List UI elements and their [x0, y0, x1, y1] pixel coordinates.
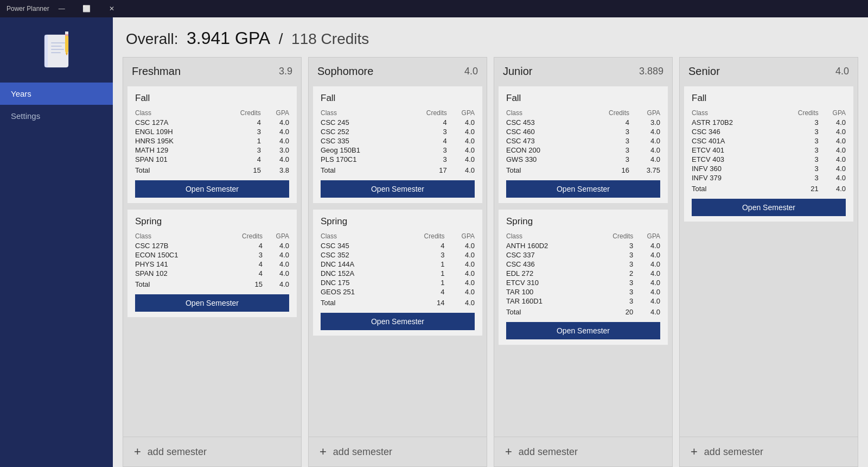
add-plus-icon: + — [691, 445, 698, 459]
class-row: ANTH 160D2 3 4.0 — [506, 241, 660, 250]
year-name-senior: Senior — [688, 65, 720, 78]
header: Overall: 3.941 GPA / 118 Credits — [113, 17, 868, 57]
app-logo — [40, 30, 73, 74]
years-grid: Freshman3.9Fall Class Credits GPA CSC 12… — [113, 57, 868, 467]
add-semester-label: add semester — [519, 446, 578, 458]
class-row: CSC 335 4 4.0 — [321, 136, 475, 146]
semester-title: Fall — [135, 93, 289, 104]
open-semester-button[interactable]: Open Semester — [321, 313, 475, 330]
class-row: GEOS 251 4 4.0 — [321, 287, 475, 296]
semester-senior-fall: Fall Class Credits GPA ASTR 170B2 3 4.0 … — [684, 86, 853, 222]
add-plus-icon: + — [134, 445, 141, 459]
class-row: PLS 170C1 3 4.0 — [321, 155, 475, 164]
year-gpa-sophomore: 4.0 — [464, 66, 478, 77]
class-row: CSC 345 4 4.0 — [321, 241, 475, 250]
overall-header: Overall: 3.941 GPA / 118 Credits — [126, 28, 855, 48]
year-header-sophomore: Sophomore4.0 — [309, 58, 487, 83]
main-content: Overall: 3.941 GPA / 118 Credits Freshma… — [113, 17, 868, 467]
year-col-senior: Senior4.0Fall Class Credits GPA ASTR 170… — [679, 57, 858, 467]
svg-rect-11 — [65, 34, 68, 36]
semester-freshman-fall: Fall Class Credits GPA CSC 127A 4 4.0 EN… — [127, 86, 297, 203]
open-semester-button[interactable]: Open Semester — [135, 294, 289, 312]
semester-title: Spring — [321, 216, 475, 227]
class-row: CSC 352 3 4.0 — [321, 250, 475, 260]
class-row: ENGL 109H 3 4.0 — [135, 127, 289, 136]
class-row: DNC 175 1 4.0 — [321, 278, 475, 287]
svg-rect-4 — [51, 46, 62, 47]
close-button[interactable]: ✕ — [99, 0, 124, 17]
class-row: EDL 272 2 4.0 — [506, 269, 660, 278]
semester-title: Fall — [692, 93, 846, 104]
sidebar-item-years[interactable]: Years — [0, 83, 113, 105]
open-semester-button[interactable]: Open Semester — [321, 180, 475, 198]
add-semester-freshman[interactable]: +add semester — [123, 437, 301, 466]
overall-gpa: 3.941 GPA — [187, 28, 270, 48]
year-header-freshman: Freshman3.9 — [123, 58, 301, 83]
sidebar-nav: Years Settings — [0, 83, 113, 467]
add-semester-label: add semester — [333, 446, 392, 458]
add-plus-icon: + — [505, 445, 512, 459]
open-semester-button[interactable]: Open Semester — [135, 180, 289, 198]
sidebar-item-settings[interactable]: Settings — [0, 105, 113, 127]
class-row: ETCV 403 3 4.0 — [692, 155, 846, 164]
year-name-junior: Junior — [503, 65, 532, 78]
year-name-freshman: Freshman — [132, 65, 181, 78]
maximize-button[interactable]: ⬜ — [74, 0, 99, 17]
svg-rect-3 — [51, 42, 65, 43]
svg-rect-5 — [51, 49, 64, 50]
semester-freshman-spring: Spring Class Credits GPA CSC 127B 4 4.0 … — [127, 210, 297, 317]
class-row: SPAN 101 4 4.0 — [135, 155, 289, 164]
total-row: Total 21 4.0 — [692, 182, 846, 193]
class-row: CSC 127A 4 4.0 — [135, 118, 289, 127]
year-col-sophomore: Sophomore4.0Fall Class Credits GPA CSC 2… — [308, 57, 487, 467]
app-title: Power Planner — [7, 5, 49, 12]
class-row: CSC 401A 3 4.0 — [692, 136, 846, 146]
semester-title: Fall — [321, 93, 475, 104]
open-semester-button[interactable]: Open Semester — [506, 322, 660, 339]
add-semester-sophomore[interactable]: +add semester — [309, 437, 487, 466]
class-row: DNC 144A 1 4.0 — [321, 260, 475, 269]
class-row: GWS 330 3 4.0 — [506, 155, 660, 164]
add-semester-senior[interactable]: +add semester — [680, 437, 858, 466]
open-semester-button[interactable]: Open Semester — [692, 199, 846, 216]
class-row: CSC 337 3 4.0 — [506, 250, 660, 260]
add-semester-label: add semester — [704, 446, 763, 458]
class-row: ETCV 401 3 4.0 — [692, 146, 846, 155]
class-row: INFV 379 3 4.0 — [692, 173, 846, 182]
year-col-freshman: Freshman3.9Fall Class Credits GPA CSC 12… — [123, 57, 302, 467]
class-row: CSC 127B 4 4.0 — [135, 241, 289, 250]
svg-rect-10 — [65, 31, 68, 34]
year-gpa-junior: 3.889 — [639, 66, 663, 77]
class-row: ECON 150C1 3 4.0 — [135, 250, 289, 260]
window-controls: — ⬜ ✕ — [49, 0, 124, 17]
total-row: Total 15 4.0 — [135, 278, 289, 289]
year-gpa-freshman: 3.9 — [279, 66, 292, 77]
class-row: INFV 360 3 4.0 — [692, 164, 846, 173]
year-header-junior: Junior3.889 — [494, 58, 672, 83]
year-header-senior: Senior4.0 — [680, 58, 858, 83]
svg-rect-0 — [44, 35, 68, 67]
total-row: Total 16 3.75 — [506, 164, 660, 175]
total-row: Total 14 4.0 — [321, 296, 475, 307]
year-col-junior: Junior3.889Fall Class Credits GPA CSC 45… — [494, 57, 673, 467]
class-row: CSC 473 3 4.0 — [506, 136, 660, 146]
add-semester-label: add semester — [148, 446, 207, 458]
semester-junior-fall: Fall Class Credits GPA CSC 453 4 3.0 CSC… — [499, 86, 668, 203]
minimize-button[interactable]: — — [49, 0, 74, 17]
open-semester-button[interactable]: Open Semester — [506, 180, 660, 198]
class-row: PHYS 141 4 4.0 — [135, 260, 289, 269]
class-row: HNRS 195K 1 4.0 — [135, 136, 289, 146]
semester-junior-spring: Spring Class Credits GPA ANTH 160D2 3 4.… — [499, 210, 668, 345]
class-row: CSC 252 3 4.0 — [321, 127, 475, 136]
titlebar: Power Planner — ⬜ ✕ — [0, 0, 868, 17]
class-row: TAR 100 3 4.0 — [506, 287, 660, 296]
class-row: CSC 460 3 4.0 — [506, 127, 660, 136]
class-row: ECON 200 3 4.0 — [506, 146, 660, 155]
class-row: CSC 245 4 4.0 — [321, 118, 475, 127]
add-plus-icon: + — [320, 445, 327, 459]
semester-title: Fall — [506, 93, 660, 104]
total-row: Total 15 3.8 — [135, 164, 289, 175]
add-semester-junior[interactable]: +add semester — [494, 437, 672, 466]
semester-title: Spring — [506, 216, 660, 227]
class-row: CSC 436 3 4.0 — [506, 260, 660, 269]
